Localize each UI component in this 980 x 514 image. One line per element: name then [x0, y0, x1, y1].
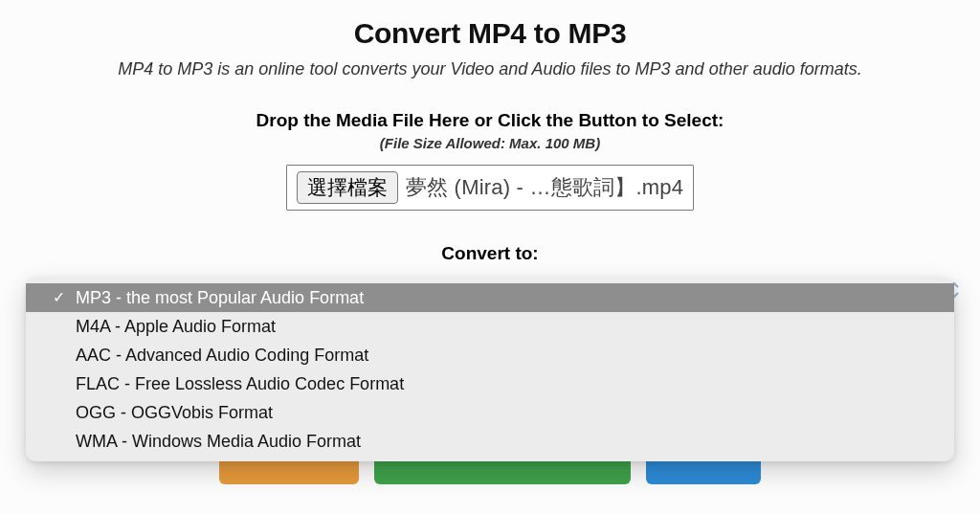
file-input-row[interactable]: 選擇檔案 夢然 (Mira) - …態歌詞】.mp4 [286, 165, 694, 211]
choose-file-button[interactable]: 選擇檔案 [297, 171, 398, 204]
format-option-ogg[interactable]: OGG - OGGVobis Format [26, 398, 954, 427]
format-option-wma[interactable]: WMA - Windows Media Audio Format [26, 427, 954, 456]
drop-instruction: Drop the Media File Here or Click the Bu… [0, 110, 980, 131]
format-option-m4a[interactable]: M4A - Apple Audio Format [26, 312, 954, 341]
file-size-note: (File Size Allowed: Max. 100 MB) [0, 135, 980, 151]
page-title: Convert MP4 to MP3 [0, 17, 980, 50]
format-option-mp3[interactable]: MP3 - the most Popular Audio Format [26, 283, 954, 312]
format-dropdown-list[interactable]: MP3 - the most Popular Audio Format M4A … [26, 278, 954, 461]
selected-file-name: 夢然 (Mira) - …態歌詞】.mp4 [406, 173, 683, 202]
page-description: MP4 to MP3 is an online tool converts yo… [0, 59, 980, 79]
format-option-aac[interactable]: AAC - Advanced Audio Coding Format [26, 341, 954, 369]
format-option-flac[interactable]: FLAC - Free Lossless Audio Codec Format [26, 369, 954, 398]
convert-to-label: Convert to: [0, 243, 980, 264]
